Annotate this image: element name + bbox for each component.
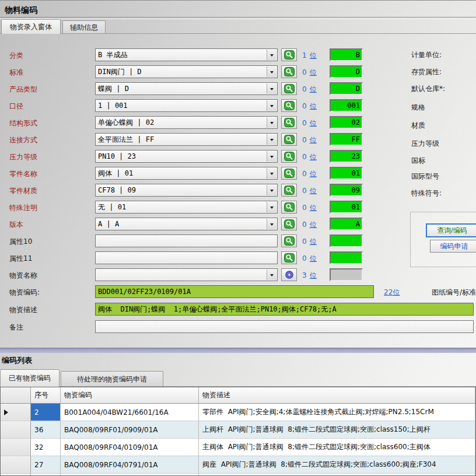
combo-field[interactable]: 全平面法兰 | FF <box>95 133 278 146</box>
tab-pending-requests[interactable]: 待处理的物资编码申请 <box>61 371 163 387</box>
cell-desc[interactable]: 主阀体 API阀门;普通球阀 8;锻件二段式固定球阀;突面;class600;主… <box>199 439 475 456</box>
row-header-cell[interactable] <box>1 421 31 439</box>
search-button[interactable] <box>281 99 297 112</box>
tab-auxiliary-info[interactable]: 辅助信息 <box>62 20 106 34</box>
dropdown-button[interactable] <box>267 270 276 280</box>
cell-seq[interactable]: 36 <box>31 421 61 439</box>
digit-unit-link[interactable]: 位 <box>310 119 317 127</box>
code-segment-box <box>330 251 363 264</box>
digit-unit-link[interactable]: 位 <box>310 136 317 144</box>
digit-unit-link[interactable]: 位 <box>310 220 317 229</box>
query-encode-button[interactable]: 查询/编码 <box>426 223 476 237</box>
field-value: 阀体 | 01 <box>98 169 133 177</box>
cell-desc[interactable]: 零部件 API阀门;安全阀;4;体盖螺栓连接角式截止阀;对焊端;PN2.5;15… <box>199 404 475 421</box>
search-button[interactable] <box>281 65 297 78</box>
table-row[interactable]: 32BAQ008/09RF04/0109/01A主阀体 API阀门;普通球阀 8… <box>1 439 475 456</box>
cell-desc[interactable] <box>199 474 475 476</box>
combo-field[interactable]: 阀体 | 01 <box>95 167 278 180</box>
cell-code[interactable]: BAQ008/09RF01/0909/01A <box>61 421 199 439</box>
column-header[interactable]: 序号 <box>31 387 61 404</box>
splitter-bar[interactable] <box>0 348 476 353</box>
material-name-combo[interactable]: 阀体 <box>95 268 278 281</box>
search-button[interactable] <box>281 48 297 61</box>
tab-existing-codes[interactable]: 已有物资编码 <box>0 369 60 387</box>
row-header-cell[interactable] <box>1 474 31 476</box>
cell-code[interactable]: B001A004/04BW21/6601/16A <box>61 404 199 421</box>
text-field[interactable] <box>95 251 278 264</box>
cell-code[interactable]: BAQ008/09RF04/0109/01A <box>61 439 199 456</box>
digit-unit-link[interactable]: 位 <box>310 271 317 279</box>
digit-unit-link[interactable]: 位 <box>310 187 317 195</box>
dropdown-button[interactable] <box>267 168 276 178</box>
row-header-cell[interactable] <box>1 439 31 456</box>
digit-unit-link[interactable]: 位 <box>310 68 317 76</box>
tab-material-entry[interactable]: 物资录入窗体 <box>1 19 61 34</box>
digit-unit-link[interactable]: 位 <box>310 204 317 212</box>
digit-unit-link[interactable]: 位 <box>310 85 317 93</box>
dropdown-button[interactable] <box>267 185 276 195</box>
cell-desc[interactable]: 阀座 API阀门;普通球阀 8;锻件二段式固定球阀;突面;class600;阀座… <box>199 456 475 474</box>
dropdown-button[interactable] <box>267 117 276 128</box>
combo-field[interactable]: 单偏心蝶阀 | 02 <box>95 116 278 129</box>
search-button[interactable] <box>281 184 297 197</box>
digit-unit-link[interactable]: 位 <box>310 51 317 60</box>
material-code-field[interactable]: BDD001/02FF23/0109/01A <box>95 285 374 298</box>
table-row[interactable]: 27BAQ008/09RF04/0791/01A阀座 API阀门;普通球阀 8;… <box>1 456 475 474</box>
name-code-box <box>330 268 363 281</box>
encode-request-button[interactable]: 编码申请 <box>430 240 476 253</box>
search-button[interactable] <box>281 251 297 264</box>
digit-unit-link[interactable]: 位 <box>310 153 317 161</box>
cell-code[interactable] <box>61 474 199 476</box>
search-button[interactable] <box>281 235 297 247</box>
cell-seq[interactable]: 2 <box>31 404 61 421</box>
digit-unit-link[interactable]: 位 <box>310 237 317 246</box>
combo-field[interactable]: 蝶阀 | D <box>95 82 278 95</box>
dropdown-button[interactable] <box>267 219 276 229</box>
cell-desc[interactable]: 上阀杆 API阀门;普通球阀 8;锻件二段式固定球阀;突面;class150;上… <box>199 421 475 439</box>
cell-seq[interactable] <box>31 474 61 476</box>
magnifier-icon <box>284 186 295 195</box>
search-button[interactable] <box>281 150 297 163</box>
material-desc-field[interactable]: 阀体 DIN阀门;蝶阀 1;单偏心蝶阀;全平面法兰;PN10;阀体;CF78;无… <box>95 303 474 316</box>
cell-seq[interactable]: 32 <box>31 439 61 456</box>
table-row[interactable]: 2B001A004/04BW21/6601/16A零部件 API阀门;安全阀;4… <box>1 404 475 421</box>
combo-field[interactable]: A | A <box>95 218 278 230</box>
search-button[interactable] <box>281 201 297 214</box>
dropdown-button[interactable] <box>267 83 276 94</box>
code-segment-box: 09 <box>330 184 363 197</box>
combo-field[interactable]: 1 | 001 <box>95 99 278 112</box>
search-button[interactable] <box>281 133 297 146</box>
table-row[interactable]: 36BAQ008/09RF01/0909/01A上阀杆 API阀门;普通球阀 8… <box>1 421 475 439</box>
combo-field[interactable]: PN10 | 23 <box>95 150 278 163</box>
combo-field[interactable]: B 半成品 <box>95 48 278 61</box>
digit-unit-link[interactable]: 位 <box>310 254 317 262</box>
search-button[interactable] <box>281 82 297 95</box>
note-field[interactable] <box>95 320 474 333</box>
row-header-cell[interactable] <box>1 456 31 474</box>
search-button[interactable] <box>281 116 297 129</box>
code-length-link[interactable]: 22位 <box>384 288 400 298</box>
dropdown-button[interactable] <box>267 50 276 60</box>
dropdown-button[interactable] <box>267 66 276 77</box>
text-field[interactable] <box>95 235 278 247</box>
magnifier-icon <box>284 135 295 144</box>
digit-unit-link[interactable]: 位 <box>310 102 317 110</box>
cell-seq[interactable]: 27 <box>31 456 61 474</box>
combo-field[interactable]: DIN阀门 | D <box>95 65 278 78</box>
row-header-cell[interactable] <box>1 404 31 421</box>
dropdown-button[interactable] <box>267 100 276 111</box>
field-value: 全平面法兰 | FF <box>98 135 154 144</box>
digit-unit-link[interactable]: 位 <box>310 170 317 178</box>
column-header[interactable]: 物资编码 <box>61 387 199 404</box>
cell-code[interactable]: BAQ008/09RF04/0791/01A <box>61 456 199 474</box>
search-button[interactable] <box>281 167 297 180</box>
dropdown-button[interactable] <box>267 151 276 162</box>
combo-field[interactable]: 无 | 01 <box>95 201 278 214</box>
generate-name-button[interactable] <box>281 268 297 281</box>
column-header[interactable]: 物资描述 <box>199 387 475 404</box>
dropdown-button[interactable] <box>267 202 276 212</box>
dropdown-button[interactable] <box>267 134 276 145</box>
table-row[interactable] <box>1 474 475 476</box>
search-button[interactable] <box>281 218 297 230</box>
combo-field[interactable]: CF78 | 09 <box>95 184 278 197</box>
